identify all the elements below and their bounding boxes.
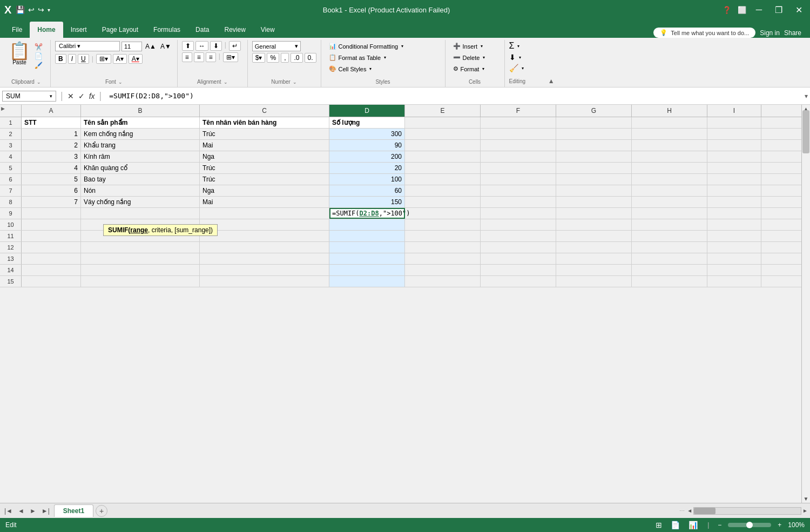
- row-number-2[interactable]: 2: [0, 129, 22, 139]
- border-button[interactable]: ⊞▾: [96, 54, 111, 64]
- cell-I8[interactable]: [707, 197, 761, 207]
- cell-C12[interactable]: [200, 242, 329, 253]
- cell-D8[interactable]: 150: [329, 197, 405, 207]
- col-header-G[interactable]: G: [556, 105, 632, 117]
- cell-F3[interactable]: [481, 140, 556, 151]
- page-layout-view-button[interactable]: 📄: [670, 520, 681, 530]
- row-number-15[interactable]: 15: [0, 276, 22, 287]
- cell-G12[interactable]: [556, 242, 632, 253]
- align-center-button[interactable]: ≡: [194, 52, 204, 62]
- cell-I13[interactable]: [707, 253, 761, 264]
- col-header-D[interactable]: D: [329, 105, 405, 117]
- cell-I10[interactable]: [707, 219, 761, 230]
- row-number-14[interactable]: 14: [0, 265, 22, 275]
- cell-G10[interactable]: [556, 219, 632, 230]
- restore-button[interactable]: ❐: [772, 5, 786, 15]
- cell-D2[interactable]: 300: [329, 129, 405, 139]
- tab-view[interactable]: View: [253, 22, 282, 38]
- ribbon-display-button[interactable]: ⬜: [738, 6, 746, 14]
- tab-review[interactable]: Review: [217, 22, 253, 38]
- cell-F2[interactable]: [481, 129, 556, 139]
- conditional-formatting-button[interactable]: 📊 Conditional Formatting ▾: [326, 41, 407, 51]
- cell-H9[interactable]: [632, 208, 707, 219]
- cell-G5[interactable]: [556, 163, 632, 173]
- cell-C15[interactable]: [200, 276, 329, 287]
- row-number-12[interactable]: 12: [0, 242, 22, 253]
- cell-A1[interactable]: STT: [22, 117, 81, 128]
- cut-button[interactable]: ✂️: [35, 43, 43, 51]
- cell-D11[interactable]: [329, 231, 405, 241]
- sign-in-button[interactable]: Sign in: [760, 29, 780, 37]
- sheet-nav-last[interactable]: ►|: [39, 506, 52, 516]
- save-button[interactable]: 💾: [16, 5, 25, 14]
- cell-H11[interactable]: [632, 231, 707, 241]
- cell-I14[interactable]: [707, 265, 761, 275]
- cell-H2[interactable]: [632, 129, 707, 139]
- col-header-C[interactable]: C: [200, 105, 329, 117]
- cell-F12[interactable]: [481, 242, 556, 253]
- align-middle-button[interactable]: ↔: [195, 41, 208, 51]
- row-number-10[interactable]: 10: [0, 219, 22, 230]
- currency-button[interactable]: $▾: [252, 53, 266, 63]
- cell-E7[interactable]: [405, 185, 481, 196]
- cell-H6[interactable]: [632, 174, 707, 185]
- font-color-button[interactable]: A▾: [129, 54, 143, 64]
- cell-B2[interactable]: Kem chống nắng: [81, 129, 200, 139]
- sheet-tab-sheet1[interactable]: Sheet1: [54, 504, 93, 517]
- formula-input[interactable]: [106, 91, 802, 101]
- cell-styles-button[interactable]: 🎨 Cell Styles ▾: [326, 64, 375, 74]
- cell-A8[interactable]: 7: [22, 197, 81, 207]
- insert-function-icon[interactable]: fx: [89, 92, 95, 100]
- hscroll-left-button[interactable]: ◄: [687, 508, 692, 514]
- cell-H10[interactable]: [632, 219, 707, 230]
- cell-A6[interactable]: 5: [22, 174, 81, 185]
- merge-button[interactable]: ⊞▾: [223, 52, 238, 62]
- cell-C6[interactable]: Trúc: [200, 174, 329, 185]
- normal-view-button[interactable]: ⊞: [654, 520, 663, 530]
- clipboard-expand-icon[interactable]: ⌄: [37, 79, 41, 85]
- zoom-plus-button[interactable]: +: [778, 521, 781, 529]
- row-number-5[interactable]: 5: [0, 163, 22, 173]
- row-number-3[interactable]: 3: [0, 140, 22, 151]
- cell-I2[interactable]: [707, 129, 761, 139]
- cell-E15[interactable]: [405, 276, 481, 287]
- cell-E4[interactable]: [405, 151, 481, 162]
- format-painter-button[interactable]: 🖌️: [35, 62, 43, 69]
- cell-H8[interactable]: [632, 197, 707, 207]
- cell-A4[interactable]: 3: [22, 151, 81, 162]
- cell-A14[interactable]: [22, 265, 81, 275]
- cell-G7[interactable]: [556, 185, 632, 196]
- cell-D7[interactable]: 60: [329, 185, 405, 196]
- cell-D10[interactable]: [329, 219, 405, 230]
- format-cells-button[interactable]: ⚙ Format ▾: [450, 64, 488, 74]
- cell-H12[interactable]: [632, 242, 707, 253]
- cell-F10[interactable]: [481, 219, 556, 230]
- vertical-scrollbar[interactable]: ▲ ▼: [801, 105, 810, 503]
- tab-home[interactable]: Home: [30, 22, 63, 38]
- minimize-button[interactable]: ─: [753, 5, 765, 15]
- align-bottom-button[interactable]: ⬇: [210, 41, 222, 51]
- cell-E9[interactable]: [405, 208, 481, 219]
- zoom-minus-button[interactable]: −: [718, 521, 721, 529]
- cell-B1[interactable]: Tên sản phẩm: [81, 117, 200, 128]
- cell-D12[interactable]: [329, 242, 405, 253]
- percent-button[interactable]: %: [267, 53, 279, 63]
- cell-D1[interactable]: Số lượng: [329, 117, 405, 128]
- cell-H14[interactable]: [632, 265, 707, 275]
- bold-button[interactable]: B: [55, 54, 66, 64]
- cell-D3[interactable]: 90: [329, 140, 405, 151]
- cell-B13[interactable]: [81, 253, 200, 264]
- italic-button[interactable]: I: [68, 54, 76, 64]
- align-top-button[interactable]: ⬆: [182, 41, 194, 51]
- cell-C8[interactable]: Mai: [200, 197, 329, 207]
- cell-H7[interactable]: [632, 185, 707, 196]
- cell-C4[interactable]: Nga: [200, 151, 329, 162]
- underline-button[interactable]: U: [78, 54, 89, 64]
- sheet-options-icon[interactable]: ⋯: [679, 508, 685, 514]
- cell-I7[interactable]: [707, 185, 761, 196]
- cell-F11[interactable]: [481, 231, 556, 241]
- cell-D9[interactable]: =SUMIF(D2:D8,">100"): [329, 208, 405, 219]
- cell-F6[interactable]: [481, 174, 556, 185]
- col-header-F[interactable]: F: [481, 105, 556, 117]
- paste-button[interactable]: 📋 Paste: [6, 41, 32, 66]
